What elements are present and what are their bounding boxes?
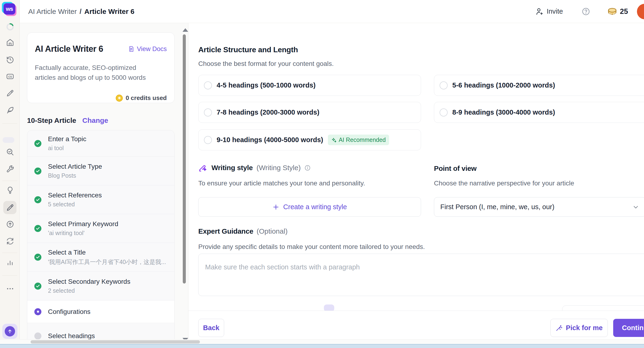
- option-7-8-headings[interactable]: 7-8 headings (2000-3000 words): [198, 102, 421, 123]
- step-row-secondary-keywords[interactable]: Select Secondary Keywords2 selected: [27, 271, 174, 300]
- rail-divider: [2, 123, 17, 124]
- view-docs-link[interactable]: View Docs: [128, 46, 167, 53]
- step-row-article-type[interactable]: Select Article TypeBlog Posts: [27, 156, 174, 185]
- configurations-content: Article Structure and Length Choose the …: [188, 23, 644, 339]
- feather-icon[interactable]: [6, 106, 14, 114]
- point-of-view-select[interactable]: First Person (I, me, mine, we, us, our): [434, 197, 644, 217]
- option-5-6-headings[interactable]: 5-6 headings (1000-2000 words): [434, 75, 644, 96]
- document-icon: [128, 46, 134, 52]
- option-8-9-headings[interactable]: 8-9 headings (3000-4000 words): [434, 102, 644, 123]
- lightbulb-icon[interactable]: [6, 186, 14, 194]
- radio-icon[interactable]: [204, 136, 212, 144]
- cs-badge-icon[interactable]: CS: [6, 72, 14, 81]
- step-done-icon: [34, 196, 42, 203]
- upload-arrow-button[interactable]: [2, 324, 18, 339]
- top-bar: AI Article Writer / Article Writer 6 Inv…: [20, 0, 644, 23]
- plus-icon: [272, 204, 280, 211]
- step-row-references[interactable]: Select References5 selected: [27, 185, 174, 214]
- credits-used: 0 credits used: [116, 94, 167, 102]
- option-4-5-headings[interactable]: 4-5 headings (500-1000 words): [198, 75, 421, 96]
- step-row-primary-keyword[interactable]: Select Primary Keyword'ai writing tool': [27, 214, 174, 243]
- rail-divider: [2, 253, 17, 253]
- user-avatar[interactable]: [637, 4, 644, 19]
- rail-divider: [2, 181, 17, 181]
- sparkles-icon: [331, 137, 337, 143]
- home-icon[interactable]: [6, 38, 14, 47]
- bar-chart-icon[interactable]: [6, 258, 14, 267]
- tool-description: Factually accurate, SEO-optimized articl…: [35, 63, 148, 83]
- refresh-icon[interactable]: [6, 237, 14, 245]
- writing-style-subtitle: To ensure your article matches your tone…: [198, 180, 365, 187]
- loading-placeholder-pill: [2, 137, 14, 143]
- pencil-active-icon[interactable]: [6, 203, 14, 212]
- chevron-down-icon: [632, 204, 639, 211]
- icon-rail: ws CS: [0, 0, 20, 348]
- ai-recommended-badge: AI Recommended: [328, 135, 389, 145]
- info-icon[interactable]: [304, 165, 311, 171]
- breadcrumb-parent[interactable]: AI Article Writer: [28, 8, 77, 16]
- help-icon: [582, 7, 590, 16]
- header-actions: Invite 25: [535, 0, 644, 23]
- rail-divider: [2, 275, 17, 275]
- writing-style-icon: [198, 163, 208, 172]
- writing-style-suffix: (Writing Style): [256, 164, 301, 172]
- option-9-10-headings[interactable]: 9-10 headings (4000-5000 words) AI Recom…: [198, 129, 421, 150]
- radio-icon[interactable]: [440, 81, 448, 89]
- step-row-configurations[interactable]: Configurations: [27, 300, 174, 323]
- writing-style-title: Writing style: [212, 164, 253, 172]
- expert-guidance-subtitle: Provide any specific details to make you…: [198, 243, 425, 251]
- person-plus-icon: [535, 7, 544, 16]
- help-button[interactable]: [582, 7, 590, 16]
- vertical-scrollbar-thumb[interactable]: [183, 34, 186, 283]
- history-icon[interactable]: [6, 55, 14, 64]
- point-of-view-title: Point of view: [434, 164, 476, 172]
- steps-panel-title: 10-Step Article: [27, 117, 76, 125]
- upload-arrow-icon: [5, 326, 15, 336]
- window-bottom-edge: [0, 344, 644, 348]
- steps-sidebar: AI Article Writer 6 View Docs Factually …: [20, 23, 188, 339]
- logo-mark: ws: [4, 3, 15, 15]
- radio-icon[interactable]: [440, 109, 448, 117]
- pencil-icon[interactable]: [6, 89, 14, 97]
- structure-section-title: Article Structure and Length: [198, 46, 298, 54]
- credits-indicator[interactable]: 25: [607, 7, 628, 16]
- point-of-view-value: First Person (I, me, mine, we, us, our): [440, 203, 632, 211]
- radio-icon[interactable]: [204, 81, 212, 89]
- expert-guidance-title: Expert Guidance: [198, 227, 253, 235]
- expert-guidance-suffix: (Optional): [256, 227, 288, 235]
- expert-guidance-textarea[interactable]: [198, 254, 644, 296]
- step-row-select-headings[interactable]: Select headings: [27, 323, 174, 339]
- writesonic-logo[interactable]: ws: [3, 3, 16, 15]
- invite-button[interactable]: Invite: [535, 7, 563, 16]
- pick-for-me-button[interactable]: Pick for me: [550, 319, 608, 337]
- point-of-view-subtitle: Choose the narrative perspective for you…: [434, 180, 574, 187]
- wrench-icon[interactable]: [6, 165, 14, 173]
- upload-circle-icon[interactable]: [6, 220, 14, 228]
- scrollbar-up-arrow[interactable]: [182, 28, 188, 32]
- step-pending-icon: [34, 332, 42, 339]
- horizontal-scrollbar-thumb[interactable]: [30, 340, 200, 343]
- step-done-icon: [34, 283, 42, 290]
- continue-button[interactable]: Continue: [613, 319, 644, 337]
- steps-list: Enter a Topicai tool Select Article Type…: [27, 130, 174, 339]
- breadcrumb-current: Article Writer 6: [84, 8, 134, 16]
- tool-info-card: AI Article Writer 6 View Docs Factually …: [27, 33, 174, 103]
- step-done-icon: [34, 140, 42, 147]
- change-flow-link[interactable]: Change: [82, 117, 108, 125]
- progress-spinner-icon: [6, 23, 14, 31]
- structure-section-subtitle: Choose the best format for your content …: [198, 60, 334, 68]
- wizard-footer: Back Pick for me Continue: [188, 310, 644, 339]
- create-writing-style-button[interactable]: Create a writing style: [198, 197, 421, 217]
- search-check-icon[interactable]: [6, 148, 14, 156]
- step-done-icon: [34, 254, 42, 261]
- step-row-title[interactable]: Select a Title'我用AI写作工具一个月省下40小时，这是我...: [27, 243, 174, 271]
- more-ellipsis-icon[interactable]: [6, 284, 14, 293]
- credits-count: 25: [620, 7, 628, 16]
- radio-icon[interactable]: [204, 109, 212, 117]
- back-button[interactable]: Back: [198, 319, 224, 337]
- invite-label: Invite: [546, 8, 563, 15]
- step-row-enter-topic[interactable]: Enter a Topicai tool: [27, 130, 174, 156]
- app-window: ws CS: [0, 0, 644, 348]
- step-current-icon: [34, 308, 42, 315]
- step-done-icon: [34, 225, 42, 232]
